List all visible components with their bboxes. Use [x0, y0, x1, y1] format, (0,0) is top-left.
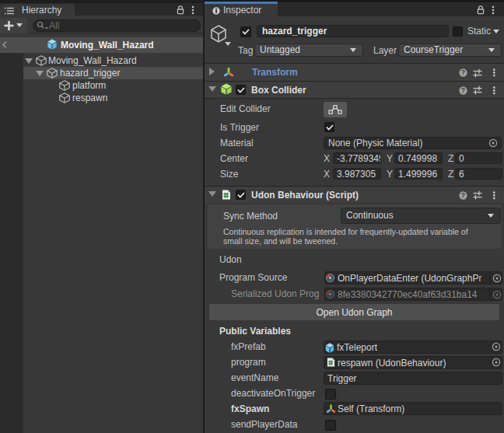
svg-text:?: ? — [461, 86, 465, 94]
svg-text:?: ? — [461, 191, 465, 199]
svg-text:?: ? — [461, 68, 465, 76]
